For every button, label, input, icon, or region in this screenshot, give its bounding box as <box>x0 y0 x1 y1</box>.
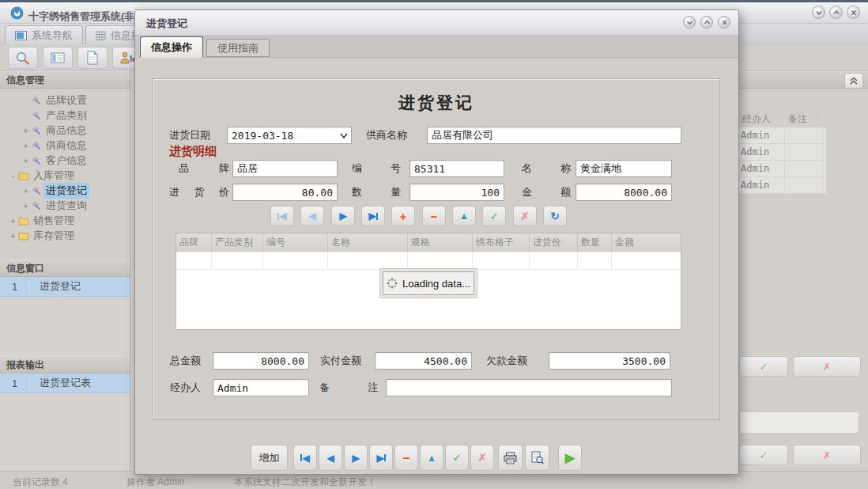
maximize-icon[interactable] <box>700 16 713 28</box>
detail-nav-refresh-button[interactable]: ↻ <box>543 206 567 226</box>
list-item[interactable]: 1 进货登记 <box>0 277 130 297</box>
price-field[interactable]: 80.00 <box>232 184 338 201</box>
nav-post-button[interactable]: ✓ <box>445 445 469 471</box>
detail-nav-post-button[interactable]: ✓ <box>482 206 506 226</box>
table-row[interactable]: Admin <box>739 161 826 177</box>
sidebar-item-product-info[interactable]: +商品信息 <box>0 123 130 138</box>
quantity-field[interactable]: 100 <box>409 184 504 201</box>
collapse-panel-button[interactable] <box>844 73 863 89</box>
remark-field[interactable] <box>386 379 672 396</box>
owed-amount-field[interactable]: 3500.00 <box>549 352 670 370</box>
tab-info-operation[interactable]: 信息操作 <box>140 36 203 58</box>
check-icon: ✓ <box>453 452 462 464</box>
brand-field[interactable]: 品居 <box>232 160 338 177</box>
close-icon[interactable] <box>718 16 730 28</box>
tree-expander[interactable]: + <box>21 141 31 150</box>
name-field[interactable]: 黄金满地 <box>576 160 672 177</box>
tree-expander[interactable]: + <box>8 216 18 226</box>
detail-nav-first-button[interactable]: ◀ <box>270 206 294 226</box>
cell-handler: Admin <box>739 161 785 176</box>
print-button[interactable] <box>498 445 523 471</box>
info-window-list: 1 进货登记 <box>0 277 130 356</box>
nav-edit-button[interactable]: ▲ <box>420 445 443 471</box>
sidebar-item-product-category[interactable]: 产品类别 <box>0 108 130 123</box>
document-button[interactable] <box>77 47 108 69</box>
nav-last-button[interactable]: ▶ <box>369 445 393 471</box>
table-row[interactable]: Admin <box>739 127 826 144</box>
nav-next-button[interactable]: ▶ <box>344 445 368 471</box>
execute-button[interactable]: ▶ <box>558 445 582 471</box>
minimize-icon[interactable] <box>812 6 825 19</box>
detail-nav-insert-button[interactable]: + <box>391 206 415 226</box>
maximize-icon[interactable] <box>829 6 843 19</box>
background-ok-button[interactable]: ✓ <box>739 356 788 377</box>
add-button[interactable]: 增加 <box>251 445 288 471</box>
nav-prior-button[interactable]: ◀ <box>319 445 342 471</box>
folder-icon <box>18 216 31 226</box>
tab-user-guide[interactable]: 使用指南 <box>206 39 270 57</box>
paid-amount-field[interactable]: 4500.00 <box>375 352 472 370</box>
detail-nav-next-button[interactable]: ▶ <box>331 206 355 226</box>
column-header: 进货价 <box>530 233 578 251</box>
sidebar-item-brand-settings[interactable]: 品牌设置 <box>0 93 130 108</box>
print-preview-button[interactable] <box>525 445 549 471</box>
nav-cancel-button[interactable]: ✗ <box>470 445 494 471</box>
tool-icon <box>31 111 43 120</box>
nav-first-button[interactable]: ◀ <box>293 445 317 471</box>
grid-header-row: 品牌 产品类别 编号 名称 规格 绣布格子 进货价 数量 金额 <box>176 233 681 252</box>
nav-delete-button[interactable]: − <box>394 445 418 471</box>
background-ok-button[interactable]: ✓ <box>739 445 788 465</box>
sidebar-item-customer-info[interactable]: +客户信息 <box>0 153 130 168</box>
purchase-register-dialog: 进货登记 信息操作 使用指南 进货登记 进货日期 2019-03-18 供商名称… <box>134 9 739 475</box>
detail-nav-edit-button[interactable]: ▲ <box>452 206 476 226</box>
search-button[interactable] <box>8 47 38 69</box>
tab-label: 系统导航 <box>32 28 73 43</box>
column-header: 规格 <box>408 233 473 251</box>
supplier-name-field[interactable]: 品居有限公司 <box>427 127 681 144</box>
background-input-bar <box>739 411 859 434</box>
total-amount-field[interactable]: 8000.00 <box>213 352 309 370</box>
detail-nav-last-button[interactable]: ▶ <box>361 206 385 226</box>
document-icon <box>86 51 99 65</box>
code-field[interactable]: 85311 <box>409 160 504 177</box>
sidebar-item-purchase-query[interactable]: +进货查询 <box>0 198 130 213</box>
close-icon[interactable] <box>847 6 860 19</box>
cell-remark <box>785 127 823 143</box>
purchase-date-combo[interactable]: 2019-03-18 <box>227 127 352 144</box>
tool-icon <box>31 186 43 195</box>
list-item[interactable]: 1 进货登记表 <box>0 373 130 393</box>
handler-field[interactable]: Admin <box>213 379 309 396</box>
tab-system-navigation[interactable]: 系统导航 <box>5 25 83 44</box>
chevron-down-icon[interactable] <box>339 131 349 140</box>
detail-nav-cancel-button[interactable]: ✗ <box>513 206 537 226</box>
empty-grid-row[interactable] <box>176 252 681 270</box>
sidebar-item-supplier-info[interactable]: +供商信息 <box>0 138 130 153</box>
tree-expander[interactable]: + <box>21 201 31 210</box>
detail-nav-prior-button[interactable]: ◀ <box>300 206 324 226</box>
tree-expander[interactable]: + <box>21 156 31 165</box>
tree-expander[interactable]: + <box>21 186 31 195</box>
tool-icon <box>31 141 43 150</box>
status-message: 本系统支持二次开发和全新开发！ <box>234 476 376 489</box>
detail-nav-delete-button[interactable]: − <box>422 206 446 226</box>
tree-expander[interactable]: + <box>21 126 31 135</box>
background-cancel-button[interactable]: ✗ <box>793 445 861 465</box>
sidebar-item-warehouse-mgmt[interactable]: -入库管理 <box>0 168 130 183</box>
edit-icon: ▲ <box>459 210 469 222</box>
sidebar-item-sales-mgmt[interactable]: +销售管理 <box>0 213 130 228</box>
report-output-list: 1 进货登记表 <box>0 373 130 471</box>
tree-expander[interactable]: - <box>8 171 18 180</box>
section-header-report-output: 报表输出 <box>0 356 130 373</box>
main-window-controls <box>812 6 860 19</box>
table-row[interactable]: Admin <box>739 144 826 161</box>
amount-field[interactable]: 8000.00 <box>576 184 672 201</box>
tree-expander[interactable]: + <box>8 231 18 241</box>
card-view-button[interactable] <box>43 47 73 69</box>
loading-popup: Loading data... <box>383 271 474 295</box>
table-row[interactable]: Admin <box>739 177 826 194</box>
sidebar-item-inventory-mgmt[interactable]: +库存管理 <box>0 228 130 243</box>
tool-icon <box>31 96 43 105</box>
minimize-icon[interactable] <box>683 16 696 28</box>
sidebar-item-purchase-register[interactable]: +进货登记 <box>0 183 130 198</box>
background-cancel-button[interactable]: ✗ <box>793 356 861 377</box>
